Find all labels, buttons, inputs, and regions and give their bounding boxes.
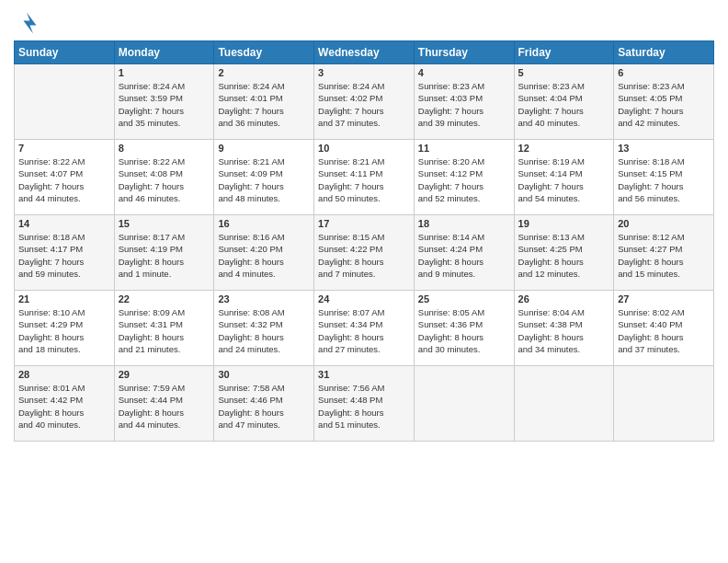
day-info: Sunrise: 8:15 AMSunset: 4:22 PMDaylight:… [318,231,410,280]
day-number: 21 [18,293,110,304]
calendar-cell: 12Sunrise: 8:19 AMSunset: 4:14 PMDayligh… [514,140,614,215]
day-info: Sunrise: 8:20 AMSunset: 4:12 PMDaylight:… [418,155,510,204]
week-row-2: 7Sunrise: 8:22 AMSunset: 4:07 PMDaylight… [15,140,714,215]
header-cell-sunday: Sunday [15,41,115,64]
calendar-cell: 3Sunrise: 8:24 AMSunset: 4:02 PMDaylight… [314,64,415,140]
day-number: 5 [518,67,610,78]
day-number: 9 [218,143,310,154]
day-info: Sunrise: 8:24 AMSunset: 3:59 PMDaylight:… [119,80,210,129]
day-info: Sunrise: 8:21 AMSunset: 4:11 PMDaylight:… [318,155,410,204]
calendar-cell: 23Sunrise: 8:08 AMSunset: 4:32 PMDayligh… [214,291,314,366]
day-info: Sunrise: 8:21 AMSunset: 4:09 PMDaylight:… [218,155,310,204]
day-number: 23 [218,293,310,304]
calendar-cell [514,366,614,442]
day-info: Sunrise: 8:23 AMSunset: 4:05 PMDaylight:… [618,80,710,129]
day-number: 19 [518,218,610,229]
day-info: Sunrise: 8:22 AMSunset: 4:07 PMDaylight:… [18,155,110,204]
day-number: 26 [518,293,610,304]
calendar-cell: 14Sunrise: 8:18 AMSunset: 4:17 PMDayligh… [15,215,115,291]
calendar-cell: 13Sunrise: 8:18 AMSunset: 4:15 PMDayligh… [614,140,714,215]
header-cell-thursday: Thursday [414,41,514,64]
calendar-cell: 28Sunrise: 8:01 AMSunset: 4:42 PMDayligh… [15,366,115,442]
day-number: 15 [119,218,210,229]
day-number: 6 [618,67,710,78]
day-info: Sunrise: 8:16 AMSunset: 4:20 PMDaylight:… [218,231,310,280]
calendar-cell: 19Sunrise: 8:13 AMSunset: 4:25 PMDayligh… [514,215,614,291]
calendar-cell: 1Sunrise: 8:24 AMSunset: 3:59 PMDaylight… [114,64,214,140]
day-number: 4 [418,67,510,78]
calendar-cell: 7Sunrise: 8:22 AMSunset: 4:07 PMDaylight… [15,140,115,215]
day-info: Sunrise: 7:58 AMSunset: 4:46 PMDaylight:… [218,382,310,431]
calendar-cell: 5Sunrise: 8:23 AMSunset: 4:04 PMDaylight… [514,64,614,140]
calendar-cell: 29Sunrise: 7:59 AMSunset: 4:44 PMDayligh… [114,366,214,442]
day-info: Sunrise: 8:02 AMSunset: 4:40 PMDaylight:… [618,306,710,355]
header-cell-monday: Monday [114,41,214,64]
svg-marker-0 [24,13,37,34]
calendar-cell: 2Sunrise: 8:24 AMSunset: 4:01 PMDaylight… [214,64,314,140]
day-info: Sunrise: 8:24 AMSunset: 4:02 PMDaylight:… [318,80,410,129]
calendar-cell: 27Sunrise: 8:02 AMSunset: 4:40 PMDayligh… [614,291,714,366]
day-info: Sunrise: 8:17 AMSunset: 4:19 PMDaylight:… [119,231,210,280]
day-info: Sunrise: 8:23 AMSunset: 4:04 PMDaylight:… [518,80,610,129]
week-row-1: 1Sunrise: 8:24 AMSunset: 3:59 PMDaylight… [15,64,714,140]
day-info: Sunrise: 8:05 AMSunset: 4:36 PMDaylight:… [418,306,510,355]
day-info: Sunrise: 8:22 AMSunset: 4:08 PMDaylight:… [119,155,210,204]
day-number: 31 [318,369,410,380]
day-info: Sunrise: 8:10 AMSunset: 4:29 PMDaylight:… [18,306,110,355]
page-header [14,9,714,35]
day-number: 30 [218,369,310,380]
day-number: 29 [119,369,210,380]
day-info: Sunrise: 8:07 AMSunset: 4:34 PMDaylight:… [318,306,410,355]
day-number: 27 [618,293,710,304]
day-info: Sunrise: 8:23 AMSunset: 4:03 PMDaylight:… [418,80,510,129]
day-number: 16 [218,218,310,229]
day-number: 18 [418,218,510,229]
calendar-cell: 9Sunrise: 8:21 AMSunset: 4:09 PMDaylight… [214,140,314,215]
day-info: Sunrise: 8:08 AMSunset: 4:32 PMDaylight:… [218,306,310,355]
calendar-cell: 6Sunrise: 8:23 AMSunset: 4:05 PMDaylight… [614,64,714,140]
calendar-table: SundayMondayTuesdayWednesdayThursdayFrid… [14,40,714,442]
day-number: 14 [18,218,110,229]
logo [14,9,43,35]
calendar-cell: 30Sunrise: 7:58 AMSunset: 4:46 PMDayligh… [214,366,314,442]
day-number: 24 [318,293,410,304]
day-info: Sunrise: 8:14 AMSunset: 4:24 PMDaylight:… [418,231,510,280]
calendar-cell: 4Sunrise: 8:23 AMSunset: 4:03 PMDaylight… [414,64,514,140]
calendar-cell: 15Sunrise: 8:17 AMSunset: 4:19 PMDayligh… [114,215,214,291]
week-row-5: 28Sunrise: 8:01 AMSunset: 4:42 PMDayligh… [15,366,714,442]
day-info: Sunrise: 8:24 AMSunset: 4:01 PMDaylight:… [218,80,310,129]
day-number: 25 [418,293,510,304]
week-row-4: 21Sunrise: 8:10 AMSunset: 4:29 PMDayligh… [15,291,714,366]
day-info: Sunrise: 8:19 AMSunset: 4:14 PMDaylight:… [518,155,610,204]
day-number: 3 [318,67,410,78]
day-number: 17 [318,218,410,229]
header-cell-tuesday: Tuesday [214,41,314,64]
day-info: Sunrise: 8:12 AMSunset: 4:27 PMDaylight:… [618,231,710,280]
calendar-cell: 16Sunrise: 8:16 AMSunset: 4:20 PMDayligh… [214,215,314,291]
day-info: Sunrise: 7:59 AMSunset: 4:44 PMDaylight:… [119,382,210,431]
day-number: 2 [218,67,310,78]
week-row-3: 14Sunrise: 8:18 AMSunset: 4:17 PMDayligh… [15,215,714,291]
day-info: Sunrise: 8:01 AMSunset: 4:42 PMDaylight:… [18,382,110,431]
day-number: 28 [18,369,110,380]
day-info: Sunrise: 8:18 AMSunset: 4:17 PMDaylight:… [18,231,110,280]
day-info: Sunrise: 8:13 AMSunset: 4:25 PMDaylight:… [518,231,610,280]
calendar-cell [414,366,514,442]
calendar-cell: 10Sunrise: 8:21 AMSunset: 4:11 PMDayligh… [314,140,415,215]
calendar-cell: 17Sunrise: 8:15 AMSunset: 4:22 PMDayligh… [314,215,415,291]
calendar-cell: 25Sunrise: 8:05 AMSunset: 4:36 PMDayligh… [414,291,514,366]
day-number: 1 [119,67,210,78]
day-info: Sunrise: 7:56 AMSunset: 4:48 PMDaylight:… [318,382,410,431]
calendar-cell: 22Sunrise: 8:09 AMSunset: 4:31 PMDayligh… [114,291,214,366]
header-cell-saturday: Saturday [614,41,714,64]
day-number: 13 [618,143,710,154]
header-cell-friday: Friday [514,41,614,64]
day-info: Sunrise: 8:18 AMSunset: 4:15 PMDaylight:… [618,155,710,204]
calendar-cell: 26Sunrise: 8:04 AMSunset: 4:38 PMDayligh… [514,291,614,366]
day-number: 22 [119,293,210,304]
day-info: Sunrise: 8:04 AMSunset: 4:38 PMDaylight:… [518,306,610,355]
calendar-cell: 21Sunrise: 8:10 AMSunset: 4:29 PMDayligh… [15,291,115,366]
logo-icon [14,9,40,35]
day-number: 20 [618,218,710,229]
day-number: 8 [119,143,210,154]
